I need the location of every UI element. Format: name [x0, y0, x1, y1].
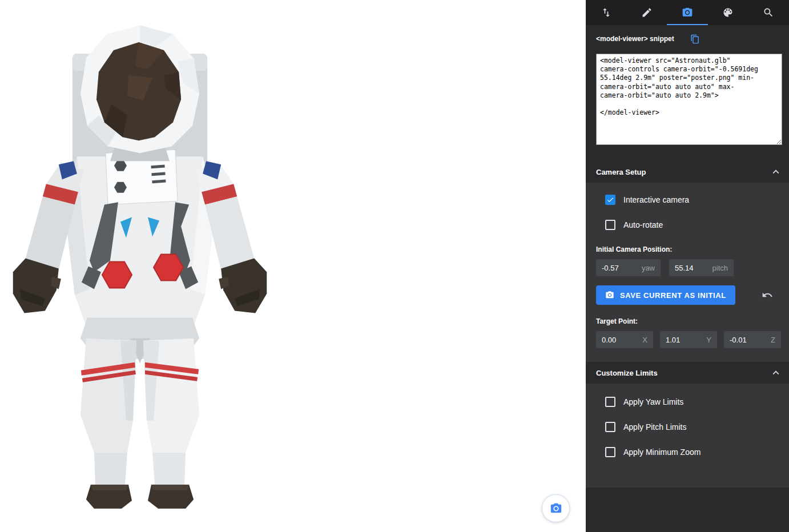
- tab-import-export[interactable]: [586, 0, 626, 25]
- model-viewport[interactable]: [0, 0, 586, 532]
- pitch-input[interactable]: [675, 264, 709, 272]
- save-current-as-initial-button[interactable]: SAVE CURRENT AS INITIAL: [596, 285, 735, 305]
- pitch-suffix: pitch: [712, 264, 728, 272]
- snippet-title: <model-viewer> snippet: [596, 35, 674, 43]
- target-y-field[interactable]: Y: [660, 331, 717, 348]
- camera-icon: [550, 502, 562, 515]
- target-x-suffix: X: [642, 336, 647, 344]
- customize-limits-content: Apply Yaw Limits Apply Pitch Limits Appl…: [586, 384, 789, 487]
- checkbox-label: Auto-rotate: [623, 220, 663, 229]
- tab-camera[interactable]: [667, 0, 707, 25]
- screenshot-fab-button[interactable]: [542, 494, 570, 522]
- target-y-suffix: Y: [706, 336, 711, 344]
- apply-minimum-zoom-row[interactable]: Apply Minimum Zoom: [596, 440, 779, 465]
- model-viewer-editor: <model-viewer> snippet <model-viewer src…: [0, 0, 789, 532]
- yaw-field[interactable]: yaw: [596, 259, 661, 276]
- target-z-field[interactable]: Z: [724, 331, 781, 348]
- initial-camera-position-label: Initial Camera Position:: [596, 245, 779, 253]
- camera-icon: [605, 291, 614, 300]
- revert-initial-button[interactable]: [759, 287, 775, 303]
- camera-setup-header[interactable]: Camera Setup: [586, 161, 789, 183]
- copy-snippet-button[interactable]: [689, 33, 701, 45]
- customize-limits-header[interactable]: Customize Limits: [586, 362, 789, 384]
- checkbox-label: Apply Yaw Limits: [623, 397, 683, 406]
- target-point-label: Target Point:: [596, 317, 779, 325]
- check-icon: [606, 195, 614, 204]
- chevron-up-icon: [770, 366, 782, 379]
- section-title: Customize Limits: [596, 369, 658, 377]
- auto-rotate-row[interactable]: Auto-rotate: [596, 212, 779, 237]
- target-x-field[interactable]: X: [596, 331, 653, 348]
- interactive-camera-checkbox[interactable]: [605, 195, 615, 205]
- tab-inspector[interactable]: [748, 0, 789, 25]
- apply-yaw-limits-row[interactable]: Apply Yaw Limits: [596, 389, 779, 414]
- snippet-section: <model-viewer> snippet <model-viewer src…: [586, 25, 789, 161]
- target-z-suffix: Z: [771, 336, 775, 344]
- camera-icon: [682, 7, 693, 18]
- tab-edit[interactable]: [626, 0, 667, 25]
- panel-filler: [586, 487, 789, 532]
- interactive-camera-row[interactable]: Interactive camera: [596, 187, 779, 212]
- section-title: Camera Setup: [596, 168, 646, 176]
- astronaut-model: [8, 21, 272, 509]
- target-y-input[interactable]: [666, 336, 703, 344]
- yaw-input[interactable]: [602, 264, 638, 272]
- target-x-input[interactable]: [602, 336, 639, 344]
- target-z-input[interactable]: [730, 336, 767, 344]
- palette-icon: [722, 7, 734, 18]
- checkbox-label: Apply Minimum Zoom: [623, 448, 701, 457]
- chevron-up-icon: [770, 166, 782, 178]
- checkbox-label: Interactive camera: [623, 195, 689, 204]
- apply-pitch-limits-checkbox[interactable]: [605, 422, 615, 432]
- edit-icon: [641, 7, 653, 18]
- save-button-label: SAVE CURRENT AS INITIAL: [620, 291, 726, 300]
- apply-minimum-zoom-checkbox[interactable]: [605, 447, 615, 457]
- checkbox-label: Apply Pitch Limits: [623, 422, 686, 432]
- pitch-field[interactable]: pitch: [669, 259, 734, 276]
- undo-icon: [762, 289, 773, 301]
- camera-setup-content: Interactive camera Auto-rotate Initial C…: [586, 183, 789, 362]
- auto-rotate-checkbox[interactable]: [605, 220, 615, 230]
- side-panel: <model-viewer> snippet <model-viewer src…: [586, 0, 789, 532]
- panel-toolbar: [586, 0, 789, 25]
- search-icon: [763, 7, 774, 18]
- apply-yaw-limits-checkbox[interactable]: [605, 397, 615, 407]
- apply-pitch-limits-row[interactable]: Apply Pitch Limits: [596, 414, 779, 440]
- copy-icon: [690, 34, 700, 44]
- import-export-icon: [601, 7, 612, 18]
- tab-materials[interactable]: [708, 0, 748, 25]
- yaw-suffix: yaw: [642, 264, 655, 272]
- snippet-code-textarea[interactable]: <model-viewer src="Astronaut.glb" camera…: [596, 54, 782, 145]
